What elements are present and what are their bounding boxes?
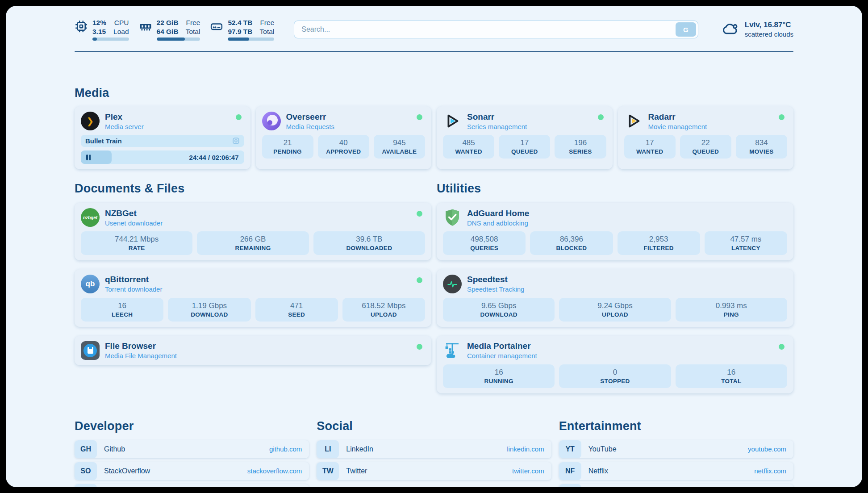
section-documents: Documents & Files nzbget NZBGet Usenet d… (75, 182, 431, 393)
app-card-plex[interactable]: ❯ Plex Media server Bullet Train (75, 106, 250, 169)
app-subtitle: Torrent downloader (105, 285, 162, 293)
cpu-progress-bar (92, 38, 129, 41)
bookmark-name: StackOverflow (104, 467, 150, 475)
app-title: NZBGet (105, 209, 163, 218)
sonarr-icon (443, 112, 462, 130)
app-title: qBittorrent (105, 275, 162, 284)
search-bar[interactable]: G (294, 21, 698, 38)
app-title: Overseerr (286, 112, 334, 122)
search-input[interactable] (301, 25, 676, 33)
cpu-usage-value: 12% (92, 18, 106, 27)
app-card-qbittorrent[interactable]: qb qBittorrent Torrent downloader 16LEEC… (75, 269, 431, 327)
bookmark-twitter[interactable]: TW Twitter twitter.com (317, 462, 551, 480)
speedtest-icon (443, 275, 462, 293)
weather-widget[interactable]: Lviv, 16.87°C scattered clouds (722, 20, 793, 39)
playback-progress-bar[interactable]: 24:44 / 02:06:47 (81, 150, 244, 164)
status-dot (417, 211, 422, 217)
status-dot (598, 114, 604, 120)
section-social: Social LI LinkedIn linkedin.com TW Twitt… (317, 419, 551, 487)
bookmark-stackoverflow[interactable]: SO StackOverflow stackoverflow.com (75, 462, 309, 480)
disk-widget: 52.4 TB Free 97.9 TB Total (210, 18, 274, 41)
cpu-usage-label: CPU (113, 18, 129, 27)
qbittorrent-icon: qb (81, 275, 100, 293)
bookmark-linkedin[interactable]: LI LinkedIn linkedin.com (317, 440, 551, 458)
app-card-nzbget[interactable]: nzbget NZBGet Usenet downloader 744.21 M… (75, 203, 431, 260)
app-card-radarr[interactable]: Radarr Movie management 17WANTED 22QUEUE… (618, 106, 794, 169)
stat-seed: 471SEED (255, 298, 338, 322)
stat-download: 9.65 GbpsDOWNLOAD (443, 298, 555, 322)
disk-total-label: Total (260, 27, 275, 36)
bookmark-url[interactable]: youtube.com (748, 445, 786, 453)
memory-icon (139, 18, 152, 35)
app-subtitle: Usenet downloader (105, 219, 163, 227)
app-card-adguard[interactable]: AdGuard Home DNS and adblocking 498,508Q… (437, 203, 793, 260)
cpu-icon (75, 18, 88, 35)
app-subtitle: Series management (467, 123, 527, 130)
resource-widgets: 12% CPU 3.15 Load (75, 18, 274, 41)
stat-filtered: 2,953FILTERED (618, 231, 700, 255)
app-card-speedtest[interactable]: Speedtest Speedtest Tracking 9.65 GbpsDO… (437, 269, 793, 327)
stat-download: 1.19 GbpsDOWNLOAD (168, 298, 250, 322)
camera-icon (232, 137, 240, 145)
bookmark-youtube[interactable]: YT YouTube youtube.com (559, 440, 793, 458)
now-playing-title: Bullet Train (85, 137, 122, 145)
bookmark-url[interactable]: netflix.com (754, 467, 786, 475)
memory-progress-bar (157, 38, 200, 41)
status-dot (417, 344, 422, 350)
app-subtitle: DNS and adblocking (467, 219, 529, 227)
bookmark-netflix[interactable]: NF Netflix netflix.com (559, 462, 793, 480)
section-title-social: Social (317, 419, 551, 433)
bookmark-github[interactable]: GH Github github.com (75, 440, 309, 458)
app-card-filebrowser[interactable]: File Browser Media File Management (75, 336, 431, 365)
section-title-documents: Documents & Files (75, 182, 431, 196)
app-title: Radarr (648, 112, 707, 122)
weather-condition: scattered clouds (745, 30, 793, 39)
bookmark-abbr: SO (75, 462, 97, 480)
app-card-sonarr[interactable]: Sonarr Series management 485WANTED 17QUE… (437, 106, 613, 169)
disk-total-value: 97.9 TB (228, 27, 252, 36)
bookmark-url[interactable]: linkedin.com (507, 445, 544, 453)
bookmark-dev[interactable]: DT DEV dev.to (75, 484, 309, 487)
now-playing-row: Bullet Train (81, 135, 244, 147)
plex-icon: ❯ (81, 112, 100, 130)
dashboard-window: 12% CPU 3.15 Load (0, 0, 868, 493)
bookmark-name: Netflix (588, 467, 608, 475)
app-subtitle: Media server (105, 123, 144, 130)
bookmark-reddit[interactable]: RE Reddit reddit.com (559, 484, 793, 487)
section-utilities: Utilities AdGuard Home (437, 182, 793, 393)
cloud-icon (722, 21, 739, 38)
stat-series: 196SERIES (555, 135, 606, 159)
stat-upload: 9.24 GbpsUPLOAD (559, 298, 671, 322)
section-title-media: Media (75, 86, 793, 100)
app-card-overseerr[interactable]: Overseerr Media Requests 21PENDING 40APP… (256, 106, 432, 169)
section-developer: Developer GH Github github.com SO StackO… (75, 419, 309, 487)
stat-pending: 21PENDING (262, 135, 313, 159)
header-divider (75, 51, 793, 52)
cpu-load-value: 3.15 (92, 27, 106, 36)
playback-time: 24:44 / 02:06:47 (189, 154, 239, 161)
bookmark-abbr: RE (559, 484, 581, 487)
bookmark-abbr: LI (317, 440, 339, 458)
bookmark-abbr: NF (559, 462, 581, 480)
stat-ping: 0.993 msPING (676, 298, 787, 322)
pause-icon[interactable] (86, 155, 91, 160)
memory-free-label: Free (186, 18, 200, 27)
status-dot (417, 114, 422, 120)
bookmark-url[interactable]: twitter.com (512, 467, 544, 475)
bookmark-url[interactable]: github.com (269, 445, 302, 453)
disk-free-label: Free (260, 18, 275, 27)
app-card-portainer[interactable]: Media Portainer Container management 16R… (437, 336, 793, 393)
portainer-icon (443, 341, 462, 360)
memory-total-value: 64 GiB (157, 27, 179, 36)
bookmark-url[interactable]: stackoverflow.com (247, 467, 302, 475)
cpu-load-label: Load (113, 27, 129, 36)
bookmark-abbr: TW (317, 462, 339, 480)
app-title: Speedtest (467, 275, 524, 284)
search-provider-button[interactable]: G (676, 22, 696, 37)
status-dot (779, 344, 785, 350)
app-subtitle: Media Requests (286, 123, 334, 130)
app-title: File Browser (105, 341, 177, 351)
section-title-utilities: Utilities (437, 182, 793, 196)
stat-running: 16RUNNING (443, 364, 555, 388)
dashboard-page: 12% CPU 3.15 Load (6, 6, 862, 487)
